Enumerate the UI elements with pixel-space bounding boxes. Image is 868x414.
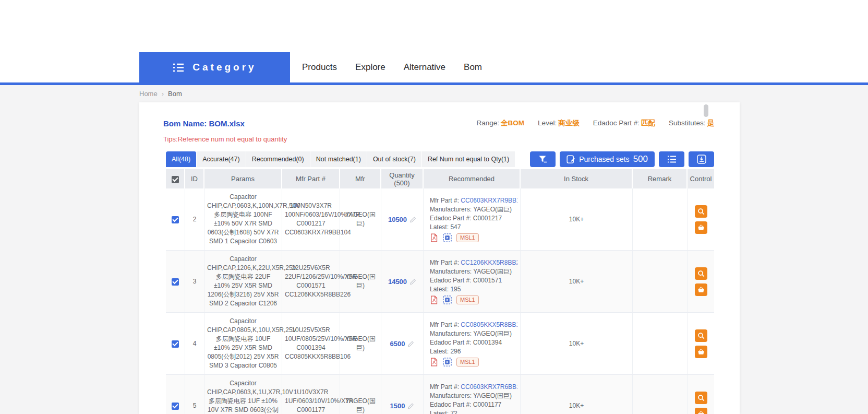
select-all-header (166, 169, 185, 188)
bom-table: ID Params Mfr Part # Mfr Quantity (500) … (166, 169, 714, 414)
breadcrumb-home[interactable]: Home (139, 90, 158, 98)
page: Category Products Explore Alternative Bo… (0, 0, 868, 414)
tab-ref-num-not-equal[interactable]: Ref Num not equal to Qty(1) (422, 151, 515, 167)
tab-accurate[interactable]: Accurate(47) (197, 151, 246, 167)
tips-text: Tips:Reference num not equal to quantity (163, 135, 714, 143)
row-checkbox[interactable] (172, 278, 179, 286)
control-cell (688, 251, 714, 313)
breadcrumb: Home › Bom (139, 90, 182, 98)
control-cell (688, 375, 714, 414)
table-row: 4 Capacitor CHIP,CAP,0805,K,10U,X5R,25V … (166, 313, 714, 375)
table-header: ID Params Mfr Part # Mfr Quantity (500) … (166, 169, 714, 188)
select-all-checkbox[interactable] (172, 176, 179, 183)
scrollbar-thumb[interactable] (704, 104, 708, 117)
purchased-sets-value: 500 (633, 154, 648, 164)
recommended-part-link[interactable]: CC0805KKX5R8BB106 (461, 321, 517, 328)
tab-not-matched[interactable]: Not matched(1) (310, 151, 367, 167)
download-button[interactable] (689, 151, 714, 167)
row-checkbox[interactable] (172, 216, 179, 223)
search-part-button[interactable] (695, 329, 707, 342)
header-control: Control (688, 169, 714, 188)
add-to-cart-button[interactable] (695, 408, 707, 414)
control-cell (688, 313, 714, 375)
header-remark: Remark (633, 169, 688, 188)
meta-edadoc-part: Edadoc Part #:匹配 (593, 119, 655, 128)
purchased-sets-button[interactable]: Purchased sets 500 (560, 151, 655, 167)
meta-range: Range:全BOM (477, 119, 525, 128)
msl-badge: MSL1 (456, 358, 479, 366)
edit-quantity-icon[interactable] (407, 340, 414, 347)
quantity-cell: 1500 (381, 375, 424, 414)
list-view-button[interactable] (659, 151, 684, 167)
control-cell (688, 188, 714, 251)
search-part-button[interactable] (695, 392, 707, 404)
msl-badge: MSL1 (456, 295, 479, 304)
meta-substitutes: Substitutes:是 (669, 119, 714, 128)
table-row: 2 Capacitor CHIP,CAP,0603,K,100N,X7R,50V… (166, 188, 714, 251)
mfr-part-cell: 100N50V3X7R 100NF/0603/16V/10%/X7R C0001… (282, 188, 340, 251)
pdf-datasheet-icon[interactable] (430, 358, 438, 366)
footprint-chip-icon[interactable] (443, 233, 452, 242)
mfr-cell: YAGEO(国巨) (340, 251, 381, 313)
recommended-cell: Mfr Part #: CC0603KRX7R9BB104 Manufactur… (424, 188, 521, 251)
header-params: Params (204, 169, 282, 188)
breadcrumb-separator: › (162, 90, 164, 98)
select-cell (166, 313, 185, 375)
recommended-part-link[interactable]: CC0603KRX7R9BB104 (461, 197, 517, 204)
table-body: 2 Capacitor CHIP,CAP,0603,K,100N,X7R,50V… (166, 188, 714, 414)
params-cell: Capacitor CHIP,CAP,1206,K,22U,X5R,25V 多层… (204, 251, 282, 313)
filter-button[interactable] (530, 151, 556, 167)
mfr-cell: YAGEO(国巨) (340, 375, 381, 414)
add-to-cart-button[interactable] (695, 283, 707, 296)
footprint-chip-icon[interactable] (443, 295, 452, 304)
in-stock-cell: 10K+ (521, 313, 633, 375)
recommended-cell: Mfr Part #: CC0805KKX5R8BB106 Manufactur… (424, 313, 521, 375)
search-part-button[interactable] (695, 267, 707, 280)
tab-recommended[interactable]: Recommended(0) (246, 151, 310, 167)
header-quantity: Quantity (500) (381, 169, 424, 188)
category-menu-button[interactable]: Category (139, 52, 290, 82)
category-label: Category (192, 62, 256, 73)
row-checkbox[interactable] (172, 403, 179, 410)
header-mfr: Mfr (340, 169, 381, 188)
search-part-button[interactable] (695, 205, 707, 218)
bom-panel: Bom Name: BOM.xlsx Range:全BOM Level:商业级 … (139, 102, 740, 414)
bom-name: Bom Name: BOM.xlsx (163, 119, 245, 128)
header-in-stock: In Stock (521, 169, 633, 188)
toolbar: Purchased sets 500 (530, 151, 714, 167)
list-icon (667, 156, 677, 163)
nav-item-explore[interactable]: Explore (355, 62, 385, 73)
add-to-cart-button[interactable] (695, 346, 707, 358)
in-stock-cell: 10K+ (521, 251, 633, 313)
header-id: ID (185, 169, 204, 188)
edit-quantity-icon[interactable] (409, 278, 416, 285)
in-stock-cell: 10K+ (521, 188, 633, 251)
nav-item-bom[interactable]: Bom (464, 62, 482, 73)
remark-cell (633, 251, 688, 313)
id-cell: 4 (185, 313, 204, 375)
pdf-datasheet-icon[interactable] (430, 233, 438, 242)
recommended-part-link[interactable]: CC1206KKX5R8BB226 (461, 259, 517, 266)
footprint-chip-icon[interactable] (443, 358, 452, 366)
tab-all[interactable]: All(48) (166, 151, 197, 167)
row-checkbox[interactable] (172, 340, 179, 348)
nav-item-alternative[interactable]: Alternative (404, 62, 445, 73)
add-to-cart-button[interactable] (695, 221, 707, 234)
tab-out-of-stock[interactable]: Out of stock(7) (367, 151, 422, 167)
recommended-part-link[interactable]: CC0603KRX7R6BB105 (461, 383, 517, 391)
main-nav: Products Explore Alternative Bom (302, 52, 482, 82)
remark-cell (633, 188, 688, 251)
recommended-cell: Mfr Part #: CC0603KRX7R6BB105 Manufactur… (424, 375, 521, 414)
edit-quantity-icon[interactable] (407, 403, 414, 409)
edit-quantity-icon[interactable] (409, 216, 416, 223)
funnel-icon (538, 155, 547, 163)
select-cell (166, 251, 185, 313)
table-row: 5 Capacitor CHIP,CAP,0603,K,1U,X7R,10V 多… (166, 375, 714, 414)
pdf-datasheet-icon[interactable] (430, 295, 438, 304)
mfr-part-cell: 22U25V6X5R 22UF/1206/25V/10%/X5R C000157… (282, 251, 340, 313)
quantity-value: 14500 (388, 277, 407, 286)
nav-item-products[interactable]: Products (302, 62, 337, 73)
breadcrumb-current: Bom (168, 90, 182, 98)
recommended-cell: Mfr Part #: CC1206KKX5R8BB226 Manufactur… (424, 251, 521, 313)
category-list-icon (173, 63, 184, 72)
